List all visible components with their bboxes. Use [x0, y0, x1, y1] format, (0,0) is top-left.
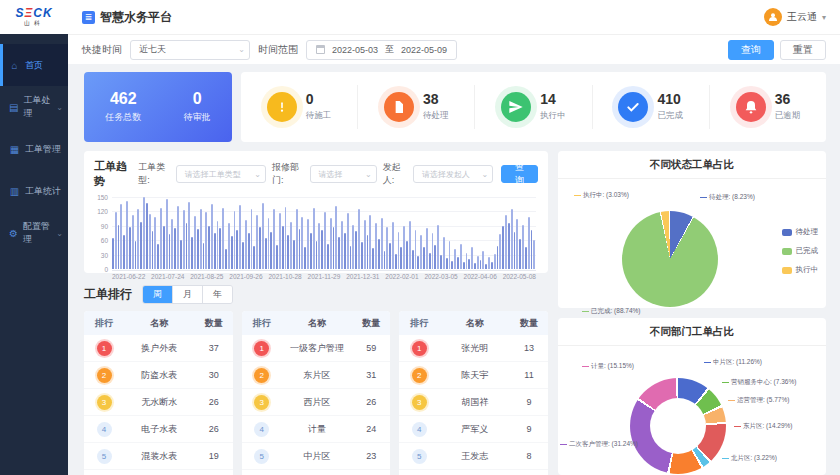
status-pie-legend: 待处理 已完成 执行中 — [782, 227, 819, 275]
sidebar-item-工单处理[interactable]: ▤ 工单处理⌄ — [0, 86, 68, 128]
bar — [446, 258, 448, 269]
table-row: 2 陈天宇 11 — [399, 362, 548, 389]
sidebar-item-配置管理[interactable]: ⚙ 配置管理⌄ — [0, 212, 68, 254]
total-tasks-card: 462 任务总数 0 待审批 — [84, 72, 232, 142]
sidebar-item-label: 工单管理 — [25, 143, 61, 156]
x-axis-tick: 2021-12-31 — [346, 271, 379, 281]
bar — [395, 254, 397, 269]
ranking-table: 排行 名称 数量 1 张光明 13 2 陈天宇 11 3 胡国祥 9 4 严军义… — [399, 311, 548, 475]
date-range-picker[interactable]: 2022-05-03 至 2022-05-09 — [306, 40, 457, 60]
bar — [511, 209, 513, 269]
legend-label: 执行中 — [796, 265, 819, 275]
repair-dept-select[interactable]: 请选择 ⌄ — [310, 165, 377, 183]
bar — [420, 235, 422, 269]
bar — [276, 245, 278, 269]
pie-label-text: 北片区: (3.22%) — [731, 454, 777, 463]
initiator-label: 发起人: — [383, 161, 407, 187]
bar — [502, 226, 504, 269]
total-tasks-value: 462 — [105, 90, 141, 108]
date-end[interactable]: 2022-05-09 — [401, 45, 447, 55]
search-button[interactable]: 查询 — [728, 40, 774, 60]
column-header-rank: 排行 — [399, 317, 439, 330]
bar — [262, 203, 264, 269]
bar — [174, 228, 176, 269]
initiator-select[interactable]: 请选择发起人 ⌄ — [413, 165, 493, 183]
bar — [531, 230, 533, 269]
bar — [211, 204, 213, 269]
ranking-tab-月[interactable]: 月 — [172, 286, 202, 303]
bar — [273, 209, 275, 269]
trend-search-button[interactable]: 查询 — [501, 165, 538, 183]
row-name: 计量 — [282, 423, 353, 436]
ranking-tab-年[interactable]: 年 — [202, 286, 232, 303]
trend-x-axis: 2021-06-222021-07-242021-08-252021-09-26… — [112, 270, 536, 281]
sidebar-item-工单管理[interactable]: ▦ 工单管理 — [0, 128, 68, 170]
x-axis-tick: 2021-10-28 — [268, 271, 301, 281]
trend-plot — [112, 197, 536, 269]
bar — [163, 226, 165, 269]
bar — [514, 232, 516, 269]
stat-已逾期: 36 已逾期 — [709, 85, 826, 129]
bar — [443, 237, 445, 269]
pie-label-secondary-customer: 二次客户管理: (31.24%) — [560, 440, 638, 449]
pie-label-completed: 已完成: (88.74%) — [582, 307, 641, 316]
sidebar-item-label: 首页 — [25, 59, 43, 72]
bar — [392, 222, 394, 269]
pie-label-mid-district: 中片区: (11.26%) — [704, 358, 762, 367]
bar — [293, 240, 295, 269]
date-start[interactable]: 2022-05-03 — [332, 45, 378, 55]
table-row: 1 换户外表 37 — [84, 335, 233, 362]
quick-time-label: 快捷时间 — [82, 43, 122, 57]
user-avatar-icon[interactable] — [764, 8, 782, 26]
label-line — [722, 458, 729, 459]
bar — [364, 220, 366, 269]
bar — [335, 206, 337, 269]
topbar: ≣ 智慧水务平台 王云通 ▾ — [68, 0, 840, 34]
bar — [160, 208, 162, 269]
table-row: 6 水压不足 17 — [84, 470, 233, 475]
bar — [482, 251, 484, 269]
bar — [434, 245, 436, 269]
home-icon: ⌂ — [9, 60, 20, 71]
dept-pie-card: 不同部门工单占比 计量: (15.15%) 中片区: (11.26%) 营销服务… — [558, 318, 826, 475]
order-stats-icon: ▥ — [9, 186, 20, 197]
trend-y-axis: 0306090120150 — [94, 197, 110, 269]
user-name[interactable]: 王云通 — [787, 10, 817, 24]
sidebar-item-工单统计[interactable]: ▥ 工单统计 — [0, 170, 68, 212]
trend-bars — [112, 197, 536, 269]
user-menu[interactable]: 王云通 ▾ — [764, 8, 826, 26]
pie-label-north-district: 北片区: (3.22%) — [722, 454, 777, 463]
ranking-tab-周[interactable]: 周 — [143, 286, 172, 303]
column-header-count: 数量 — [510, 317, 548, 330]
legend-item-待处理[interactable]: 待处理 — [782, 227, 819, 237]
bar — [259, 227, 261, 269]
table-header: 排行 名称 数量 — [242, 311, 391, 335]
bar — [137, 209, 139, 269]
stat-text: 38 待处理 — [423, 92, 449, 121]
bar — [217, 221, 219, 269]
sidebar-item-首页[interactable]: ⌂ 首页 — [0, 44, 68, 86]
bar — [304, 247, 306, 269]
legend-item-已完成[interactable]: 已完成 — [782, 246, 819, 256]
reset-button[interactable]: 重置 — [780, 40, 826, 60]
bar — [352, 225, 354, 269]
bar — [321, 230, 323, 269]
bar — [245, 220, 247, 269]
bar — [112, 238, 114, 269]
pie-label-text: 运营管理: (5.77%) — [737, 396, 789, 405]
order-type-select[interactable]: 请选择工单类型 ⌄ — [176, 165, 266, 183]
bar — [525, 247, 527, 269]
bar — [205, 212, 207, 269]
y-axis-tick: 0 — [104, 266, 108, 273]
bar — [508, 223, 510, 269]
quick-time-select[interactable]: 近七天 ⌄ — [130, 40, 250, 60]
pending-approval-label: 待审批 — [184, 111, 211, 124]
legend-item-执行中[interactable]: 执行中 — [782, 265, 819, 275]
stat-value: 410 — [657, 92, 683, 107]
bar — [242, 242, 244, 269]
row-name: 张光明 — [439, 342, 510, 355]
row-name: 东片区 — [282, 369, 353, 382]
left-column: 工单趋势 工单类型: 请选择工单类型 ⌄ 报修部门: 请选择 ⌄ 发 — [84, 151, 548, 475]
medal-icon: 1 — [412, 341, 427, 356]
bar — [477, 256, 479, 269]
